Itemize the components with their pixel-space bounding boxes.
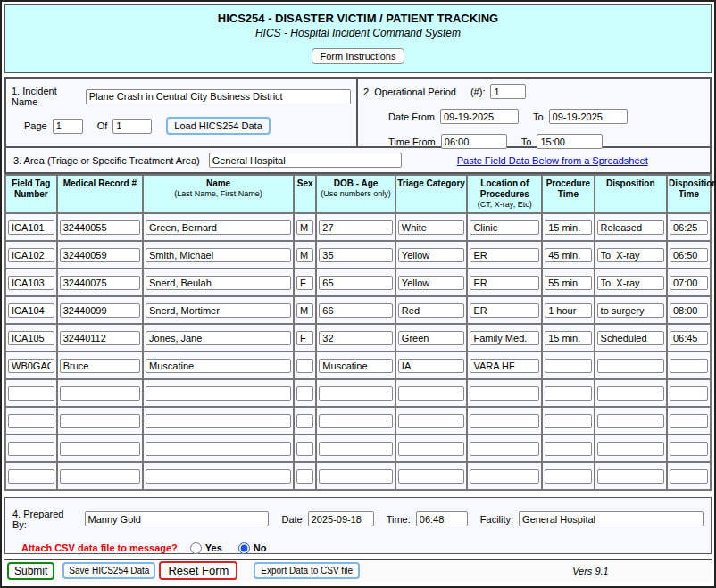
cell-input-r7c5[interactable] [319, 386, 392, 401]
cell-input-r1c1[interactable] [8, 220, 54, 235]
cell-input-r10c1[interactable] [8, 469, 54, 484]
reset-form-button[interactable]: Reset Form [159, 561, 237, 580]
cell-input-r6c7[interactable] [470, 359, 539, 373]
cell-input-r9c7[interactable] [470, 442, 539, 456]
cell-input-r3c7[interactable] [470, 276, 539, 290]
time-from-input[interactable] [441, 134, 507, 149]
cell-input-r5c9[interactable] [597, 331, 664, 345]
cell-input-r2c6[interactable] [398, 248, 465, 262]
cell-input-r10c2[interactable] [60, 469, 140, 484]
cell-input-r1c3[interactable] [146, 220, 291, 235]
cell-input-r8c2[interactable] [60, 414, 140, 428]
cell-input-r2c8[interactable] [545, 248, 591, 262]
cell-input-r10c5[interactable] [319, 469, 392, 484]
cell-input-r2c2[interactable] [60, 248, 140, 262]
cell-input-r6c6[interactable] [398, 359, 465, 373]
save-hics254-data-button[interactable]: Save HICS254 Data [62, 562, 155, 579]
cell-input-r10c4[interactable] [296, 469, 313, 484]
cell-input-r2c3[interactable] [146, 248, 291, 262]
pages-total-input[interactable] [112, 119, 152, 134]
form-instructions-button[interactable]: Form Instructions [312, 48, 405, 64]
cell-input-r1c2[interactable] [60, 220, 140, 235]
cell-input-r2c9[interactable] [597, 248, 664, 262]
cell-input-r8c6[interactable] [398, 414, 465, 428]
cell-input-r6c9[interactable] [597, 359, 664, 373]
cell-input-r3c4[interactable] [296, 276, 313, 290]
cell-input-r2c4[interactable] [296, 248, 313, 262]
paste-field-data-link[interactable]: Paste Field Data Below from a Spreadshee… [457, 155, 648, 166]
cell-input-r9c9[interactable] [597, 442, 664, 456]
load-hics254-data-button[interactable]: Load HICS254 Data [166, 117, 270, 135]
prepared-time-input[interactable] [416, 511, 468, 526]
cell-input-r3c6[interactable] [398, 276, 465, 290]
cell-input-r9c1[interactable] [8, 442, 54, 456]
cell-input-r1c6[interactable] [398, 220, 465, 235]
cell-input-r9c5[interactable] [319, 442, 392, 456]
cell-input-r7c4[interactable] [296, 386, 313, 401]
cell-input-r8c8[interactable] [545, 414, 591, 428]
cell-input-r9c6[interactable] [398, 442, 465, 456]
cell-input-r3c8[interactable] [545, 276, 591, 290]
prepared-date-input[interactable] [308, 511, 374, 526]
cell-input-r4c10[interactable] [670, 303, 708, 318]
cell-input-r10c7[interactable] [470, 469, 539, 484]
cell-input-r6c2[interactable] [60, 359, 140, 373]
date-from-input[interactable] [440, 109, 519, 124]
cell-input-r7c8[interactable] [545, 386, 591, 401]
cell-input-r9c2[interactable] [60, 442, 140, 456]
cell-input-r10c9[interactable] [597, 469, 664, 484]
cell-input-r9c4[interactable] [296, 442, 313, 456]
cell-input-r5c7[interactable] [470, 331, 539, 345]
cell-input-r10c8[interactable] [545, 469, 591, 484]
cell-input-r2c10[interactable] [670, 248, 708, 262]
cell-input-r9c10[interactable] [670, 442, 708, 456]
cell-input-r1c9[interactable] [597, 220, 664, 235]
attach-yes-radio[interactable] [190, 542, 202, 554]
cell-input-r7c10[interactable] [670, 386, 708, 401]
cell-input-r3c2[interactable] [60, 276, 140, 290]
cell-input-r5c3[interactable] [146, 331, 291, 345]
cell-input-r3c1[interactable] [8, 276, 54, 290]
cell-input-r7c1[interactable] [8, 386, 54, 401]
cell-input-r5c10[interactable] [670, 331, 708, 345]
cell-input-r5c1[interactable] [8, 331, 54, 345]
cell-input-r4c7[interactable] [470, 303, 539, 318]
cell-input-r7c3[interactable] [146, 386, 291, 401]
cell-input-r8c5[interactable] [319, 414, 392, 428]
cell-input-r4c4[interactable] [296, 303, 313, 318]
export-csv-button[interactable]: Export Data to CSV file [254, 562, 360, 579]
cell-input-r5c5[interactable] [319, 331, 392, 345]
date-to-input[interactable] [549, 109, 628, 124]
cell-input-r7c7[interactable] [470, 386, 539, 401]
cell-input-r5c6[interactable] [398, 331, 465, 345]
cell-input-r4c9[interactable] [597, 303, 664, 318]
cell-input-r3c3[interactable] [146, 276, 291, 290]
cell-input-r1c8[interactable] [545, 220, 591, 235]
cell-input-r3c5[interactable] [319, 276, 392, 290]
cell-input-r9c8[interactable] [545, 442, 591, 456]
area-input[interactable] [209, 153, 402, 168]
cell-input-r7c2[interactable] [60, 386, 140, 401]
cell-input-r4c1[interactable] [8, 303, 54, 318]
cell-input-r6c1[interactable] [8, 359, 54, 373]
cell-input-r3c10[interactable] [670, 276, 708, 290]
time-to-input[interactable] [537, 134, 603, 149]
page-input[interactable] [53, 119, 83, 134]
submit-button[interactable]: Submit [7, 562, 54, 580]
prepared-by-input[interactable] [85, 511, 270, 526]
cell-input-r2c5[interactable] [319, 248, 392, 262]
cell-input-r4c5[interactable] [319, 303, 392, 318]
cell-input-r5c4[interactable] [296, 331, 313, 345]
cell-input-r2c7[interactable] [470, 248, 539, 262]
cell-input-r6c8[interactable] [545, 359, 591, 373]
cell-input-r6c10[interactable] [670, 359, 708, 373]
cell-input-r6c4[interactable] [296, 359, 313, 373]
cell-input-r3c9[interactable] [597, 276, 664, 290]
cell-input-r10c10[interactable] [670, 469, 708, 484]
cell-input-r7c9[interactable] [597, 386, 664, 401]
cell-input-r4c6[interactable] [398, 303, 465, 318]
cell-input-r2c1[interactable] [8, 248, 54, 262]
cell-input-r8c1[interactable] [8, 414, 54, 428]
cell-input-r4c8[interactable] [545, 303, 591, 318]
cell-input-r8c9[interactable] [597, 414, 664, 428]
